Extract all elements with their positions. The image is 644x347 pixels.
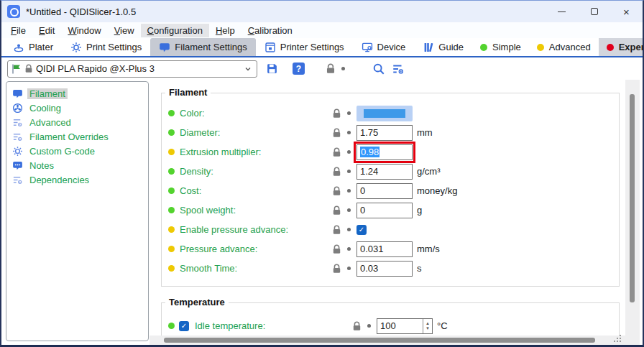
menu-calibration[interactable]: Calibration <box>242 24 299 37</box>
setting-row-pressure-advance: Pressure advance: 0.031 mm/s <box>162 239 619 259</box>
setting-row-diameter: Diameter: 1.75 mm <box>162 123 619 142</box>
idle-temperature-input[interactable]: 100 ▲▼ <box>377 318 433 334</box>
tab-filament-settings[interactable]: Filament Settings <box>150 38 255 56</box>
mode-expert[interactable]: Expert <box>599 38 644 56</box>
sidebar-item-filament[interactable]: Filament <box>6 86 148 101</box>
density-input[interactable]: 1.24 <box>356 164 413 180</box>
close-button[interactable]: × <box>610 1 643 22</box>
preset-combobox[interactable]: QIDI PLA Rapido @X-Plus 3 <box>7 60 257 78</box>
gear-icon <box>12 146 23 157</box>
option-state-dot-icon <box>168 188 175 194</box>
lock-icon <box>332 128 341 138</box>
tab-print-settings[interactable]: Print Settings <box>62 38 150 56</box>
menu-bar: File Edit Window View Configuration Help… <box>1 22 643 38</box>
menu-window[interactable]: Window <box>61 24 107 37</box>
search-button[interactable] <box>372 63 385 75</box>
filament-section: Filament Color: Diameter: 1.75 mm Extrus… <box>161 93 620 287</box>
mode-simple[interactable]: Simple <box>472 38 529 56</box>
unit-label: mm/s <box>417 244 440 254</box>
option-state-dot-icon <box>168 226 175 233</box>
setting-row-density: Density: 1.24 g/cm³ <box>162 162 619 181</box>
cost-input[interactable]: 0 <box>356 183 413 199</box>
idle-temperature-checkbox[interactable]: ✓ <box>179 321 189 331</box>
check-icon: ✓ <box>359 226 364 233</box>
preset-toolbar: QIDI PLA Rapido @X-Plus 3 ? <box>1 57 643 80</box>
resize-grip-icon[interactable] <box>614 341 615 342</box>
menu-file[interactable]: File <box>4 24 32 37</box>
maximize-icon <box>591 8 598 15</box>
vertical-scrollbar-thumb[interactable] <box>630 94 635 302</box>
unit-label: mm <box>417 127 433 138</box>
menu-configuration[interactable]: Configuration <box>141 24 209 37</box>
lock-control[interactable] <box>352 321 371 331</box>
color-picker-field[interactable] <box>356 106 413 121</box>
spool-weight-input[interactable]: 0 <box>356 203 413 218</box>
lock-icon <box>352 321 362 331</box>
revert-dot-icon <box>347 247 351 251</box>
setting-row-extrusion-multiplier: Extrusion multiplier: 0.98 <box>162 142 619 162</box>
enable-pressure-advance-checkbox[interactable]: ✓ <box>356 225 367 235</box>
sidebar-item-custom-gcode[interactable]: Custom G-code <box>6 144 148 158</box>
setting-row-spool-weight: Spool weight: 0 g <box>162 200 619 220</box>
tab-printer-settings[interactable]: Printer Settings <box>256 38 353 56</box>
lock-control[interactable] <box>332 167 351 177</box>
setting-row-cost: Cost: 0 money/kg <box>162 181 619 200</box>
lock-control[interactable] <box>332 264 351 274</box>
list-gear-icon <box>392 63 405 75</box>
sidebar-item-cooling[interactable]: Cooling <box>6 101 148 115</box>
main-tab-bar: Plater Print Settings Filament Settings … <box>1 38 643 57</box>
maximize-button[interactable] <box>578 1 610 22</box>
mode-advanced[interactable]: Advanced <box>529 38 599 56</box>
unit-label: °C <box>437 320 448 331</box>
plater-icon <box>13 42 24 53</box>
lock-control[interactable] <box>332 244 351 254</box>
horizontal-scrollbar-thumb[interactable] <box>164 338 595 343</box>
lock-control[interactable] <box>332 147 351 157</box>
printer-icon <box>264 42 276 53</box>
revert-dot-icon <box>347 170 351 173</box>
title-bar: *Untitled - QIDISlicer-1.0.5 × <box>1 1 643 22</box>
spinner-control[interactable]: ▲▼ <box>423 319 432 333</box>
lock-control[interactable] <box>332 186 351 196</box>
diameter-input[interactable]: 1.75 <box>356 125 413 141</box>
tab-device[interactable]: Device <box>353 38 415 56</box>
lock-control[interactable] <box>332 225 351 235</box>
pressure-advance-input[interactable]: 0.031 <box>356 241 413 257</box>
option-state-dot-icon <box>168 168 175 175</box>
minimize-button[interactable] <box>546 1 578 22</box>
extrusion-multiplier-input[interactable]: 0.98 <box>356 144 413 160</box>
setting-label: Enable pressure advance: <box>180 224 332 235</box>
setting-row-smooth-time: Smooth Time: 0.03 s <box>162 259 619 278</box>
menu-edit[interactable]: Edit <box>32 24 61 37</box>
lock-control[interactable] <box>332 128 351 138</box>
lock-control[interactable] <box>332 108 351 119</box>
sidebar-item-advanced[interactable]: Advanced <box>6 115 148 129</box>
revert-dot-icon <box>367 324 371 328</box>
setting-row-idle-temperature: ✓ Idle temperature: 100 ▲▼ °C <box>162 316 619 336</box>
setting-row-enable-pressure-advance: Enable pressure advance: ✓ <box>162 220 619 239</box>
lock-preset-values-control[interactable] <box>326 63 345 74</box>
lock-icon <box>332 147 341 157</box>
lock-icon <box>332 186 341 196</box>
sidebar-item-notes[interactable]: Notes <box>6 158 148 172</box>
horizontal-scrollbar[interactable] <box>150 336 625 345</box>
menu-view[interactable]: View <box>108 24 141 37</box>
filament-icon <box>12 88 23 99</box>
sidebar-item-filament-overrides[interactable]: Filament Overrides <box>6 129 148 144</box>
preset-name: QIDI PLA Rapido @X-Plus 3 <box>36 63 241 74</box>
setting-label: Extrusion multiplier: <box>180 147 332 157</box>
setting-label: Pressure advance: <box>180 244 332 254</box>
revert-dot-icon <box>347 131 351 134</box>
revert-dot-icon <box>347 267 351 270</box>
compare-settings-button[interactable] <box>392 63 405 75</box>
menu-help[interactable]: Help <box>209 24 242 37</box>
lock-control[interactable] <box>332 205 351 216</box>
smooth-time-input[interactable]: 0.03 <box>356 261 413 277</box>
lock-icon <box>332 244 341 254</box>
vertical-scrollbar[interactable] <box>625 80 640 345</box>
tab-plater[interactable]: Plater <box>4 38 62 56</box>
save-preset-button[interactable] <box>266 63 278 75</box>
help-button[interactable]: ? <box>293 63 305 75</box>
sidebar-item-dependencies[interactable]: Dependencies <box>6 172 148 187</box>
tab-guide[interactable]: Guide <box>414 38 472 56</box>
